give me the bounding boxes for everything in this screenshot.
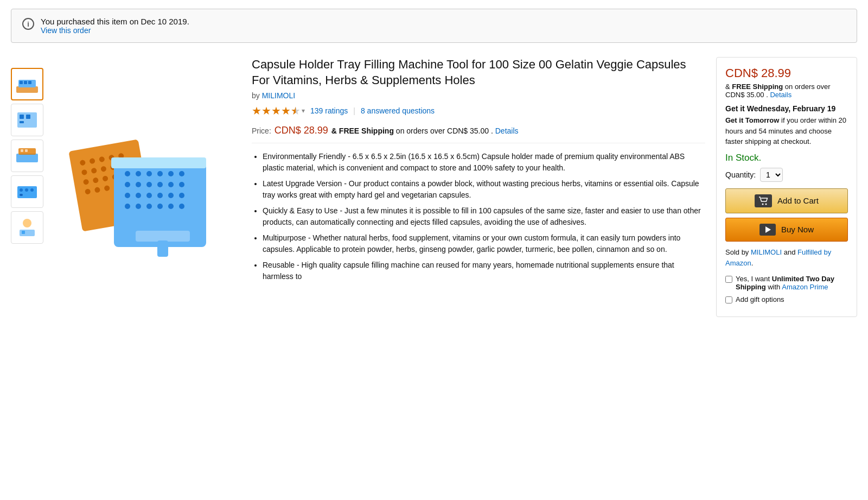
svg-point-61 xyxy=(125,204,130,209)
bullet-item-5: Reusable - High quality capsule filling … xyxy=(263,260,705,282)
svg-rect-17 xyxy=(20,194,23,196)
brand-link[interactable]: MILIMOLI xyxy=(262,91,295,100)
svg-point-55 xyxy=(125,193,130,198)
brand-by-label: by xyxy=(252,91,260,100)
in-stock-label: In Stock. xyxy=(725,153,848,163)
svg-rect-67 xyxy=(136,231,190,242)
delivery-section: Get it Wednesday, February 19 Get it Tom… xyxy=(725,104,848,147)
qa-link[interactable]: 8 answered questions xyxy=(361,106,435,115)
buy-now-label: Buy Now xyxy=(781,225,814,234)
svg-point-18 xyxy=(23,219,31,227)
svg-rect-14 xyxy=(20,188,23,192)
svg-point-60 xyxy=(179,193,184,198)
svg-rect-8 xyxy=(20,121,24,123)
delivery-tomorrow: Get it Tomorrow if you order within 20 h… xyxy=(725,115,848,147)
svg-point-45 xyxy=(146,171,152,176)
product-info: Capsule Holder Tray Filling Machine Tool… xyxy=(252,57,716,317)
prime-suffix: with xyxy=(768,283,780,291)
thumbnail-4[interactable] xyxy=(11,175,43,208)
seller-link[interactable]: MILIMOLI xyxy=(751,248,782,256)
svg-point-66 xyxy=(179,204,184,209)
svg-rect-13 xyxy=(17,186,37,198)
quantity-row: Quantity: 1 2 3 4 5 xyxy=(725,168,848,182)
svg-rect-4 xyxy=(28,81,31,84)
price-row: Price: CDN$ 28.99 & FREE Shipping on ord… xyxy=(252,125,705,143)
thumbnail-2[interactable] xyxy=(11,104,43,136)
prime-checkbox-row: Yes, I want Unlimited Two Day Shipping w… xyxy=(725,275,848,291)
thumbnail-1[interactable] xyxy=(11,68,43,100)
quantity-select[interactable]: 1 2 3 4 5 xyxy=(760,168,783,182)
ratings-link[interactable]: 139 ratings xyxy=(310,106,348,115)
buy-box-details-link[interactable]: Details xyxy=(770,91,792,99)
svg-point-57 xyxy=(146,193,152,198)
sold-by: Sold by MILIMOLI and Fulfilled by Amazon… xyxy=(725,247,848,270)
bullet-item-1: Environmentally Friendly - 6.5 x 6.5 x 2… xyxy=(263,151,705,174)
buy-box-price: CDN$ 28.99 xyxy=(725,66,848,80)
prime-link[interactable]: Amazon Prime xyxy=(782,283,828,291)
separator: | xyxy=(353,106,355,115)
shipping-details-link[interactable]: Details xyxy=(495,126,519,135)
svg-rect-15 xyxy=(25,188,28,192)
thumbnail-3[interactable] xyxy=(11,140,43,172)
svg-point-49 xyxy=(125,182,130,187)
star-4: ★ xyxy=(281,104,291,117)
free-shipping-text: & FREE Shipping on orders over CDN$ 35.0… xyxy=(331,126,519,135)
sold-by-prefix: Sold by xyxy=(725,248,749,256)
svg-rect-2 xyxy=(20,81,23,84)
play-icon xyxy=(760,224,776,236)
quantity-label: Quantity: xyxy=(725,170,756,179)
free-shipping-bold: FREE Shipping xyxy=(732,83,783,91)
svg-point-56 xyxy=(136,193,141,198)
brand-line: by MILIMOLI xyxy=(252,91,705,100)
svg-point-63 xyxy=(146,204,152,209)
prime-checkbox[interactable] xyxy=(725,276,732,283)
info-icon: i xyxy=(22,18,34,30)
svg-rect-16 xyxy=(30,188,34,192)
main-product-image xyxy=(54,57,239,317)
gift-options-label: Add gift options xyxy=(736,295,784,303)
svg-point-44 xyxy=(136,171,141,176)
svg-rect-12 xyxy=(25,149,28,152)
svg-point-70 xyxy=(762,203,764,205)
svg-point-62 xyxy=(136,204,141,209)
ratings-row: ★ ★ ★ ★ ★★ ▾ 139 ratings | 8 answered qu… xyxy=(252,104,705,117)
svg-point-47 xyxy=(168,171,174,176)
svg-point-48 xyxy=(179,171,184,176)
star-rating: ★ ★ ★ ★ ★★ ▾ xyxy=(252,104,305,117)
svg-rect-7 xyxy=(26,115,30,119)
buy-box: CDN$ 28.99 & FREE Shipping on orders ove… xyxy=(716,57,857,317)
price-value: CDN$ 28.99 xyxy=(275,125,328,136)
svg-rect-6 xyxy=(20,115,24,119)
svg-point-64 xyxy=(157,204,163,209)
gift-options-checkbox[interactable] xyxy=(725,296,732,303)
svg-point-58 xyxy=(157,193,163,198)
thumbnail-5[interactable] xyxy=(11,211,43,244)
svg-rect-9 xyxy=(16,154,38,162)
purchase-date-text: You purchased this item on Dec 10 2019. xyxy=(41,17,189,26)
svg-point-54 xyxy=(179,182,184,187)
svg-point-46 xyxy=(157,171,163,176)
svg-point-59 xyxy=(168,193,174,198)
svg-point-53 xyxy=(168,182,174,187)
prime-prefix: Yes, I want xyxy=(736,275,770,283)
product-title: Capsule Holder Tray Filling Machine Tool… xyxy=(252,57,705,88)
svg-point-51 xyxy=(146,182,152,187)
bullet-item-3: Quickly & Easy to Use - Just a few minut… xyxy=(263,205,705,228)
add-to-cart-label: Add to Cart xyxy=(777,196,819,205)
svg-rect-68 xyxy=(157,240,168,257)
buy-now-button[interactable]: Buy Now xyxy=(725,218,848,242)
svg-point-65 xyxy=(168,204,174,209)
view-order-link[interactable]: View this order xyxy=(41,26,189,35)
buy-box-shipping: & FREE Shipping on orders over CDN$ 35.0… xyxy=(725,83,848,99)
delivery-tomorrow-label: Get it Tomorrow xyxy=(725,116,779,124)
add-to-cart-button[interactable]: Add to Cart xyxy=(725,188,848,213)
svg-point-71 xyxy=(765,203,767,205)
bullet-item-4: Multipurpose - Whether natural herbs, fo… xyxy=(263,232,705,255)
star-1: ★ xyxy=(252,104,261,117)
star-5-half: ★★ xyxy=(291,104,301,117)
svg-point-52 xyxy=(157,182,163,187)
price-label: Price: xyxy=(252,126,271,135)
svg-rect-69 xyxy=(111,157,206,168)
sold-by-middle: and xyxy=(784,248,796,256)
gift-options-row: Add gift options xyxy=(725,295,848,303)
